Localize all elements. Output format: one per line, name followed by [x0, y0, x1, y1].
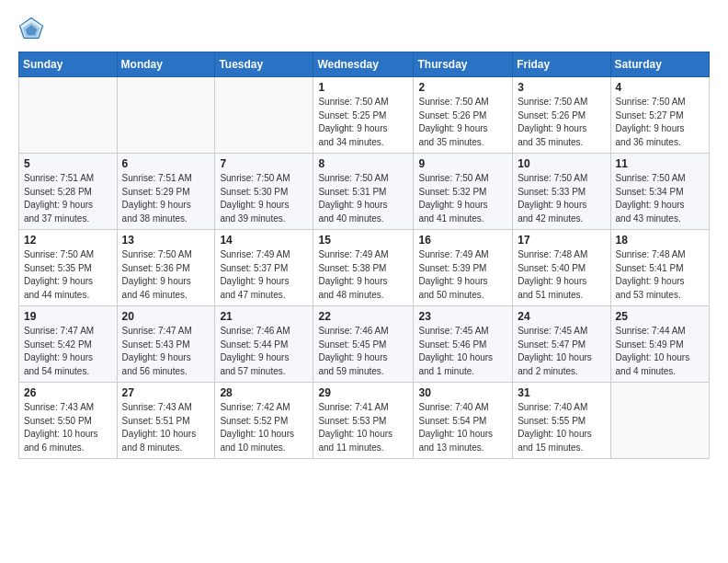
day-info: Sunrise: 7:48 AM Sunset: 5:41 PM Dayligh… [616, 248, 704, 302]
day-cell [215, 77, 313, 154]
day-info: Sunrise: 7:43 AM Sunset: 5:50 PM Dayligh… [24, 401, 112, 454]
day-cell: 10Sunrise: 7:50 AM Sunset: 5:33 PM Dayli… [513, 154, 610, 230]
day-number: 4 [616, 81, 704, 94]
day-cell: 30Sunrise: 7:40 AM Sunset: 5:54 PM Dayli… [414, 383, 513, 459]
day-info: Sunrise: 7:50 AM Sunset: 5:27 PM Dayligh… [616, 96, 704, 149]
day-info: Sunrise: 7:49 AM Sunset: 5:39 PM Dayligh… [418, 248, 507, 302]
weekday-header-tuesday: Tuesday [215, 52, 313, 77]
day-number: 29 [318, 386, 408, 399]
day-info: Sunrise: 7:50 AM Sunset: 5:30 PM Dayligh… [220, 172, 308, 225]
day-number: 8 [318, 157, 408, 170]
day-cell: 18Sunrise: 7:48 AM Sunset: 5:41 PM Dayli… [610, 230, 709, 306]
day-number: 31 [518, 386, 605, 399]
day-cell: 23Sunrise: 7:45 AM Sunset: 5:46 PM Dayli… [414, 306, 513, 383]
day-info: Sunrise: 7:50 AM Sunset: 5:34 PM Dayligh… [616, 172, 704, 225]
day-cell: 24Sunrise: 7:45 AM Sunset: 5:47 PM Dayli… [513, 306, 610, 383]
day-cell: 27Sunrise: 7:43 AM Sunset: 5:51 PM Dayli… [117, 383, 215, 459]
day-number: 28 [220, 386, 308, 399]
day-cell: 19Sunrise: 7:47 AM Sunset: 5:42 PM Dayli… [19, 306, 118, 383]
day-cell: 21Sunrise: 7:46 AM Sunset: 5:44 PM Dayli… [215, 306, 313, 383]
day-cell: 26Sunrise: 7:43 AM Sunset: 5:50 PM Dayli… [19, 383, 118, 459]
logo [18, 17, 48, 42]
day-cell: 11Sunrise: 7:50 AM Sunset: 5:34 PM Dayli… [610, 154, 709, 230]
day-cell: 29Sunrise: 7:41 AM Sunset: 5:53 PM Dayli… [313, 383, 414, 459]
week-row-5: 26Sunrise: 7:43 AM Sunset: 5:50 PM Dayli… [19, 383, 710, 459]
day-cell [19, 77, 118, 154]
day-cell: 12Sunrise: 7:50 AM Sunset: 5:35 PM Dayli… [19, 230, 118, 306]
day-number: 9 [418, 157, 507, 170]
day-cell: 20Sunrise: 7:47 AM Sunset: 5:43 PM Dayli… [117, 306, 215, 383]
day-cell: 31Sunrise: 7:40 AM Sunset: 5:55 PM Dayli… [513, 383, 610, 459]
day-cell: 3Sunrise: 7:50 AM Sunset: 5:26 PM Daylig… [513, 77, 610, 154]
day-number: 7 [220, 157, 308, 170]
day-info: Sunrise: 7:45 AM Sunset: 5:47 PM Dayligh… [518, 325, 605, 378]
day-cell: 16Sunrise: 7:49 AM Sunset: 5:39 PM Dayli… [414, 230, 513, 306]
day-number: 1 [318, 81, 408, 94]
day-number: 2 [418, 81, 507, 94]
day-cell: 28Sunrise: 7:42 AM Sunset: 5:52 PM Dayli… [215, 383, 313, 459]
week-row-2: 5Sunrise: 7:51 AM Sunset: 5:28 PM Daylig… [19, 154, 710, 230]
day-info: Sunrise: 7:51 AM Sunset: 5:28 PM Dayligh… [24, 172, 112, 225]
day-number: 19 [24, 310, 112, 323]
day-info: Sunrise: 7:47 AM Sunset: 5:42 PM Dayligh… [24, 325, 112, 378]
day-cell [610, 383, 709, 459]
day-cell: 5Sunrise: 7:51 AM Sunset: 5:28 PM Daylig… [19, 154, 118, 230]
day-cell: 14Sunrise: 7:49 AM Sunset: 5:37 PM Dayli… [215, 230, 313, 306]
header [18, 17, 710, 42]
day-cell: 17Sunrise: 7:48 AM Sunset: 5:40 PM Dayli… [513, 230, 610, 306]
day-cell: 9Sunrise: 7:50 AM Sunset: 5:32 PM Daylig… [414, 154, 513, 230]
day-number: 24 [518, 310, 605, 323]
page: SundayMondayTuesdayWednesdayThursdayFrid… [0, 0, 728, 563]
day-cell: 4Sunrise: 7:50 AM Sunset: 5:27 PM Daylig… [610, 77, 709, 154]
day-cell: 2Sunrise: 7:50 AM Sunset: 5:26 PM Daylig… [414, 77, 513, 154]
weekday-header-monday: Monday [117, 52, 215, 77]
weekday-header-sunday: Sunday [19, 52, 118, 77]
day-number: 16 [418, 234, 507, 247]
day-number: 11 [616, 157, 704, 170]
day-number: 21 [220, 310, 308, 323]
day-number: 22 [318, 310, 408, 323]
day-number: 18 [616, 234, 704, 247]
week-row-3: 12Sunrise: 7:50 AM Sunset: 5:35 PM Dayli… [19, 230, 710, 306]
day-number: 12 [24, 234, 112, 247]
day-number: 6 [122, 157, 210, 170]
day-info: Sunrise: 7:41 AM Sunset: 5:53 PM Dayligh… [318, 401, 408, 454]
day-cell [117, 77, 215, 154]
weekday-header-wednesday: Wednesday [313, 52, 414, 77]
day-info: Sunrise: 7:50 AM Sunset: 5:33 PM Dayligh… [518, 172, 605, 225]
week-row-4: 19Sunrise: 7:47 AM Sunset: 5:42 PM Dayli… [19, 306, 710, 383]
day-info: Sunrise: 7:50 AM Sunset: 5:26 PM Dayligh… [518, 96, 605, 149]
day-number: 23 [418, 310, 507, 323]
day-cell: 6Sunrise: 7:51 AM Sunset: 5:29 PM Daylig… [117, 154, 215, 230]
day-info: Sunrise: 7:44 AM Sunset: 5:49 PM Dayligh… [616, 325, 704, 378]
logo-icon [18, 17, 44, 42]
week-row-1: 1Sunrise: 7:50 AM Sunset: 5:25 PM Daylig… [19, 77, 710, 154]
day-cell: 7Sunrise: 7:50 AM Sunset: 5:30 PM Daylig… [215, 154, 313, 230]
day-info: Sunrise: 7:40 AM Sunset: 5:55 PM Dayligh… [518, 401, 605, 454]
day-info: Sunrise: 7:50 AM Sunset: 5:31 PM Dayligh… [318, 172, 408, 225]
day-number: 15 [318, 234, 408, 247]
day-info: Sunrise: 7:50 AM Sunset: 5:25 PM Dayligh… [318, 96, 408, 149]
day-number: 25 [616, 310, 704, 323]
day-info: Sunrise: 7:49 AM Sunset: 5:38 PM Dayligh… [318, 248, 408, 302]
day-cell: 22Sunrise: 7:46 AM Sunset: 5:45 PM Dayli… [313, 306, 414, 383]
day-cell: 25Sunrise: 7:44 AM Sunset: 5:49 PM Dayli… [610, 306, 709, 383]
day-info: Sunrise: 7:48 AM Sunset: 5:40 PM Dayligh… [518, 248, 605, 302]
day-cell: 15Sunrise: 7:49 AM Sunset: 5:38 PM Dayli… [313, 230, 414, 306]
day-number: 10 [518, 157, 605, 170]
day-number: 13 [122, 234, 210, 247]
weekday-header-row: SundayMondayTuesdayWednesdayThursdayFrid… [19, 52, 710, 77]
day-number: 20 [122, 310, 210, 323]
day-number: 14 [220, 234, 308, 247]
day-info: Sunrise: 7:43 AM Sunset: 5:51 PM Dayligh… [122, 401, 210, 454]
day-info: Sunrise: 7:50 AM Sunset: 5:32 PM Dayligh… [418, 172, 507, 225]
day-info: Sunrise: 7:45 AM Sunset: 5:46 PM Dayligh… [418, 325, 507, 378]
day-info: Sunrise: 7:46 AM Sunset: 5:45 PM Dayligh… [318, 325, 408, 378]
day-info: Sunrise: 7:49 AM Sunset: 5:37 PM Dayligh… [220, 248, 308, 302]
day-info: Sunrise: 7:50 AM Sunset: 5:35 PM Dayligh… [24, 248, 112, 302]
day-info: Sunrise: 7:40 AM Sunset: 5:54 PM Dayligh… [418, 401, 507, 454]
day-info: Sunrise: 7:50 AM Sunset: 5:26 PM Dayligh… [418, 96, 507, 149]
day-info: Sunrise: 7:47 AM Sunset: 5:43 PM Dayligh… [122, 325, 210, 378]
day-cell: 8Sunrise: 7:50 AM Sunset: 5:31 PM Daylig… [313, 154, 414, 230]
day-number: 3 [518, 81, 605, 94]
